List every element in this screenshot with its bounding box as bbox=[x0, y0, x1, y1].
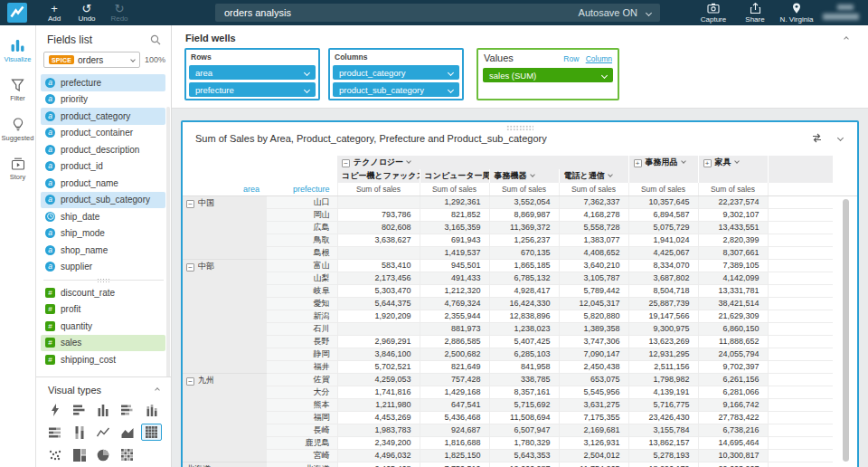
undo-button[interactable]: ↺ Undo bbox=[71, 0, 103, 25]
sub-column-header[interactable]: 電話と通信 bbox=[559, 169, 628, 183]
visual-menu-chevron-icon[interactable] bbox=[837, 135, 844, 141]
field-item-product_id[interactable]: aproduct_id bbox=[41, 158, 165, 176]
values-row-link[interactable]: Row bbox=[563, 54, 579, 63]
nav-item-filter[interactable]: Filter bbox=[0, 79, 36, 102]
field-item-product_name[interactable]: aproduct_name bbox=[41, 175, 165, 192]
prefecture-cell[interactable]: 鳥取 bbox=[267, 234, 337, 246]
dataset-selector[interactable]: SPICE orders bbox=[43, 52, 140, 68]
prefecture-cell[interactable]: 北海道 bbox=[267, 462, 337, 467]
field-item-supplier[interactable]: asupplier bbox=[41, 259, 165, 276]
values-column-link[interactable]: Column bbox=[586, 54, 612, 63]
region-selector[interactable]: N. Virginia bbox=[776, 0, 817, 25]
visual-type-line-chart-icon[interactable] bbox=[93, 424, 114, 441]
fields-scrollbar[interactable] bbox=[166, 107, 170, 392]
measure-header[interactable]: Sum of sales bbox=[628, 183, 698, 195]
field-item-product_sub_category[interactable]: aproduct_sub_category bbox=[41, 192, 165, 209]
field-pill-prefecture[interactable]: prefecture bbox=[189, 82, 316, 97]
prefecture-cell[interactable]: 山口 bbox=[267, 195, 337, 208]
add-button[interactable]: + Add bbox=[38, 0, 71, 25]
field-pill-product-category[interactable]: product_category bbox=[333, 65, 459, 80]
sub-column-header[interactable]: コピー機とファックス bbox=[337, 169, 420, 183]
chevron-down-icon[interactable] bbox=[681, 158, 686, 164]
autosave-dropdown[interactable]: Autosave ON bbox=[579, 7, 660, 18]
column-group-header[interactable]: +家具 bbox=[698, 156, 768, 169]
visual-type-auto-graph-icon[interactable] bbox=[45, 401, 66, 418]
area-group-cell[interactable]: −九州 bbox=[183, 373, 267, 462]
visual-type-stacked-100-vertical-bar-chart-icon[interactable] bbox=[69, 424, 90, 441]
prefecture-cell[interactable]: 愛知 bbox=[267, 297, 337, 310]
prefecture-cell[interactable]: 鹿児島 bbox=[267, 436, 337, 449]
chevron-down-icon[interactable] bbox=[406, 158, 411, 164]
expand-icon[interactable]: + bbox=[703, 159, 712, 167]
visual-type-heat-map-icon[interactable] bbox=[118, 446, 138, 463]
drag-handle-icon[interactable] bbox=[506, 125, 533, 130]
field-item-priority[interactable]: apriority bbox=[41, 91, 165, 109]
measure-header[interactable]: Sum of sales bbox=[489, 183, 559, 195]
row-header-area[interactable]: area bbox=[183, 183, 267, 195]
prefecture-cell[interactable]: 熊本 bbox=[267, 398, 337, 411]
prefecture-cell[interactable]: 富山 bbox=[267, 259, 337, 272]
field-pill-product-sub-category[interactable]: product_sub_category bbox=[333, 82, 459, 97]
field-item-product_container[interactable]: aproduct_container bbox=[41, 125, 165, 142]
field-item-shipping_cost[interactable]: #shipping_cost bbox=[41, 351, 165, 366]
values-well[interactable]: Values Row Column sales (SUM) bbox=[476, 48, 619, 100]
visual-type-stacked-100-horizontal-bar-chart-icon[interactable] bbox=[45, 424, 66, 441]
table-scrollbar[interactable] bbox=[843, 199, 849, 462]
collapse-chevron-icon[interactable] bbox=[155, 387, 160, 393]
prefecture-cell[interactable]: 大分 bbox=[267, 386, 337, 398]
measure-header[interactable]: Sum of sales bbox=[337, 183, 420, 195]
field-item-product_description[interactable]: aproduct_description bbox=[41, 141, 165, 158]
column-group-header[interactable]: −テクノロジー bbox=[337, 156, 628, 169]
prefecture-cell[interactable]: 石川 bbox=[267, 322, 337, 335]
sub-column-header[interactable]: 事務機器 bbox=[489, 169, 559, 183]
quicksight-logo-icon[interactable] bbox=[7, 3, 27, 23]
visual-type-stacked-vertical-bar-chart-icon[interactable] bbox=[141, 401, 162, 418]
field-item-ship_mode[interactable]: aship_mode bbox=[41, 225, 165, 243]
prefecture-cell[interactable]: 島根 bbox=[267, 246, 337, 259]
visual-type-tree-map-icon[interactable] bbox=[69, 446, 90, 463]
visual-type-horizontal-bar-chart-icon[interactable] bbox=[69, 401, 90, 418]
redo-button[interactable]: ↻ Redo bbox=[103, 0, 136, 25]
chevron-down-icon[interactable] bbox=[530, 172, 535, 177]
pivot-visual-card[interactable]: Sum of Sales by Area, Product_category, … bbox=[181, 120, 859, 467]
chevron-down-icon[interactable] bbox=[608, 172, 613, 177]
rows-well[interactable]: Rows area prefecture bbox=[184, 48, 320, 100]
prefecture-cell[interactable]: 静岡 bbox=[267, 348, 337, 360]
measure-header[interactable]: Sum of sales bbox=[559, 183, 628, 195]
search-icon[interactable] bbox=[150, 34, 161, 45]
measure-header[interactable]: Sum of sales bbox=[420, 183, 489, 195]
prefecture-cell[interactable]: 長野 bbox=[267, 335, 337, 348]
prefecture-cell[interactable]: 広島 bbox=[267, 221, 337, 234]
user-menu-redacted[interactable] bbox=[819, 3, 861, 23]
prefecture-cell[interactable]: 宮崎 bbox=[267, 449, 337, 462]
visual-type-pivot-table-icon[interactable] bbox=[141, 424, 162, 441]
prefecture-cell[interactable]: 福井 bbox=[267, 360, 337, 373]
field-pill-area[interactable]: area bbox=[189, 65, 316, 80]
visual-type-stacked-horizontal-bar-chart-icon[interactable] bbox=[118, 401, 138, 418]
visual-type-scatter-plot-icon[interactable] bbox=[45, 446, 66, 463]
measure-header[interactable]: Sum of sales bbox=[698, 183, 768, 195]
nav-item-visualize[interactable]: Visualize bbox=[0, 39, 36, 63]
columns-well[interactable]: Columns product_category product_sub_cat… bbox=[328, 48, 464, 100]
analysis-title[interactable]: orders analysis bbox=[215, 7, 579, 18]
visual-type-area-line-chart-icon[interactable] bbox=[118, 424, 138, 441]
field-item-prefecture[interactable]: aprefecture bbox=[41, 74, 165, 91]
visual-type-vertical-bar-chart-icon[interactable] bbox=[93, 401, 114, 418]
nav-item-story[interactable]: Story bbox=[0, 157, 36, 181]
swap-axes-icon[interactable] bbox=[811, 132, 823, 144]
prefecture-cell[interactable]: 岐阜 bbox=[267, 284, 337, 297]
analysis-title-bar[interactable]: orders analysis Autosave ON bbox=[215, 4, 660, 22]
capture-button[interactable]: Capture bbox=[693, 0, 734, 25]
fields-divider[interactable] bbox=[43, 276, 164, 283]
row-header-prefecture[interactable]: prefecture bbox=[267, 183, 337, 195]
chevron-down-icon[interactable] bbox=[734, 158, 740, 164]
field-item-discount_rate[interactable]: #discount_rate bbox=[41, 284, 165, 301]
field-item-ship_date[interactable]: ship_date bbox=[41, 208, 165, 225]
collapse-icon[interactable]: − bbox=[342, 159, 350, 167]
area-group-cell[interactable]: −中部 bbox=[183, 259, 267, 373]
column-group-header[interactable]: +事務用品 bbox=[628, 156, 698, 169]
field-item-product_category[interactable]: aproduct_category bbox=[41, 108, 165, 125]
area-group-cell[interactable]: 北海道 bbox=[183, 462, 267, 467]
collapse-icon[interactable]: − bbox=[186, 200, 194, 208]
field-item-shop_name[interactable]: ashop_name bbox=[41, 242, 165, 259]
